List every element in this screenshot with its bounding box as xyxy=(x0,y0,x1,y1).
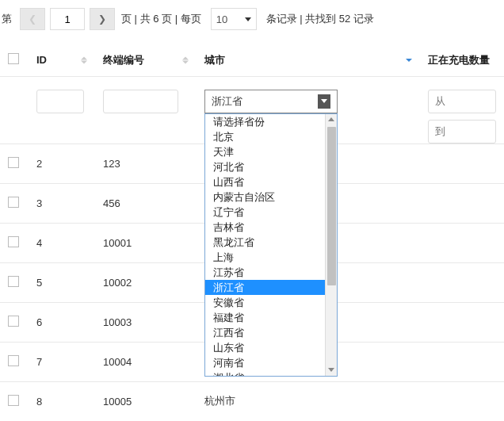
cell-terminal: 10005 xyxy=(95,381,197,421)
cell-charging xyxy=(420,223,504,262)
page-records-text: 条记录 | 共找到 52 记录 xyxy=(266,12,374,26)
cell-charging xyxy=(420,262,504,302)
cell-terminal: 10003 xyxy=(95,302,197,342)
header-terminal[interactable]: 终端编号 xyxy=(95,44,197,76)
dropdown-item[interactable]: 安徽省 xyxy=(205,295,325,310)
dropdown-item[interactable]: 福建省 xyxy=(205,310,325,325)
city-province-select[interactable]: 浙江省 xyxy=(204,90,338,113)
dropdown-item[interactable]: 辽宁省 xyxy=(205,205,325,220)
dropdown-item[interactable]: 上海 xyxy=(205,250,325,265)
dropdown-item[interactable]: 江苏省 xyxy=(205,265,325,280)
page-size-select[interactable]: 10 xyxy=(211,8,257,30)
cell-id: 4 xyxy=(29,223,95,262)
cell-city: 杭州市 xyxy=(197,381,420,421)
dropdown-item[interactable]: 黑龙江省 xyxy=(205,235,325,250)
cell-terminal: 10004 xyxy=(95,342,197,381)
cell-id: 6 xyxy=(29,302,95,342)
row-checkbox[interactable] xyxy=(8,395,19,406)
cell-id: 7 xyxy=(29,342,95,381)
pagination-bar: 第 ❮ ❯ 页 | 共 6 页 | 每页 10 条记录 | 共找到 52 记录 xyxy=(0,0,504,44)
charging-from-input[interactable] xyxy=(428,90,496,113)
page-label-prefix: 第 xyxy=(2,12,12,26)
dropdown-item[interactable]: 天津 xyxy=(205,144,325,159)
header-charging[interactable]: 正在充电数量 xyxy=(420,44,504,76)
cell-id: 5 xyxy=(29,262,95,302)
header-row: ID 终端编号 城市 正在充电数量 xyxy=(0,44,504,76)
next-page-button[interactable]: ❯ xyxy=(90,8,115,30)
page-size-value: 10 xyxy=(216,13,227,25)
filter-row: 浙江省 请选择省份北京天津河北省山西省内蒙古自治区辽宁省吉林省黑龙江省上海江苏省… xyxy=(0,76,504,144)
dropdown-item[interactable]: 吉林省 xyxy=(205,220,325,235)
dropdown-item[interactable]: 浙江省 xyxy=(205,280,325,295)
row-checkbox[interactable] xyxy=(8,316,19,327)
sort-active-icon xyxy=(406,59,412,62)
charging-to-input[interactable] xyxy=(428,120,496,144)
data-table: ID 终端编号 城市 正在充电数量 浙江省 xyxy=(0,44,504,421)
dropdown-item[interactable]: 湖北省 xyxy=(205,370,325,376)
row-checkbox[interactable] xyxy=(8,276,19,287)
page-number-input[interactable] xyxy=(50,8,85,30)
cell-charging xyxy=(420,183,504,223)
dropdown-item[interactable]: 北京 xyxy=(205,129,325,144)
dropdown-item[interactable]: 河南省 xyxy=(205,355,325,370)
header-id[interactable]: ID xyxy=(29,44,95,76)
cell-id: 2 xyxy=(29,144,95,183)
scroll-thumb[interactable] xyxy=(327,127,336,285)
cell-terminal: 10002 xyxy=(95,262,197,302)
caret-down-icon xyxy=(245,17,251,21)
dropdown-item[interactable]: 请选择省份 xyxy=(205,114,325,129)
dropdown-item[interactable]: 江西省 xyxy=(205,325,325,340)
table-row: 810005杭州市 xyxy=(0,381,504,421)
cell-charging xyxy=(420,144,504,183)
city-select-value: 浙江省 xyxy=(212,94,242,109)
province-dropdown: 请选择省份北京天津河北省山西省内蒙古自治区辽宁省吉林省黑龙江省上海江苏省浙江省安… xyxy=(204,113,338,377)
prev-page-button[interactable]: ❮ xyxy=(20,8,45,30)
cell-id: 8 xyxy=(29,381,95,421)
cell-id: 3 xyxy=(29,183,95,223)
row-checkbox[interactable] xyxy=(8,236,19,247)
filter-terminal-input[interactable] xyxy=(103,90,178,113)
dropdown-list: 请选择省份北京天津河北省山西省内蒙古自治区辽宁省吉林省黑龙江省上海江苏省浙江省安… xyxy=(205,114,325,376)
row-checkbox[interactable] xyxy=(8,197,19,208)
dropdown-item[interactable]: 山西省 xyxy=(205,174,325,189)
dropdown-caret-icon xyxy=(318,94,330,109)
sort-icon xyxy=(182,56,189,63)
page-total-text: 页 | 共 6 页 | 每页 xyxy=(121,12,201,26)
cell-terminal: 456 xyxy=(95,183,197,223)
cell-charging xyxy=(420,381,504,421)
sort-icon xyxy=(81,56,87,63)
dropdown-item[interactable]: 内蒙古自治区 xyxy=(205,189,325,205)
dropdown-item[interactable]: 山东省 xyxy=(205,340,325,355)
row-checkbox[interactable] xyxy=(8,157,19,168)
header-city[interactable]: 城市 xyxy=(197,44,420,76)
cell-terminal: 10001 xyxy=(95,223,197,262)
select-all-checkbox[interactable] xyxy=(8,53,19,64)
cell-charging xyxy=(420,302,504,342)
row-checkbox[interactable] xyxy=(8,355,19,366)
dropdown-item[interactable]: 河北省 xyxy=(205,159,325,174)
dropdown-scrollbar[interactable] xyxy=(325,114,337,376)
filter-id-input[interactable] xyxy=(36,90,84,113)
cell-terminal: 123 xyxy=(95,144,197,183)
cell-charging xyxy=(420,342,504,381)
scroll-down-icon[interactable] xyxy=(326,365,337,376)
scroll-up-icon[interactable] xyxy=(326,114,337,125)
